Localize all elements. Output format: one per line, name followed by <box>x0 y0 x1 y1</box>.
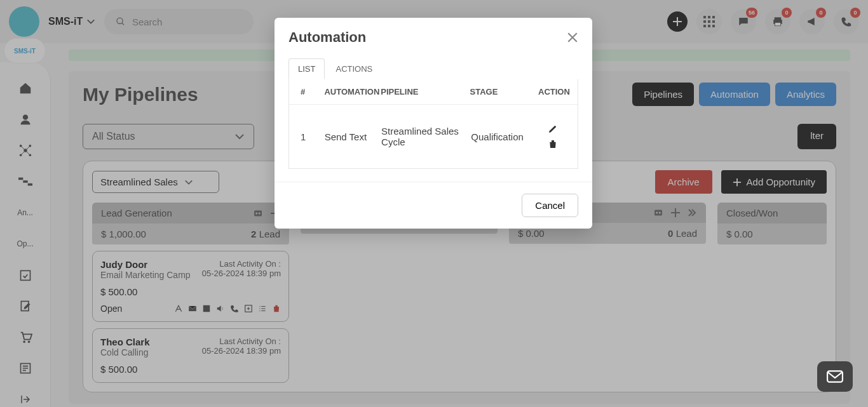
trash-icon[interactable] <box>548 139 558 149</box>
th-stage: STAGE <box>470 87 538 97</box>
modal-footer: Cancel <box>275 182 592 229</box>
mail-fab[interactable] <box>817 361 853 392</box>
automation-modal: Automation LIST ACTIONS # AUTOMATION PIP… <box>275 18 592 229</box>
edit-icon[interactable] <box>548 124 558 134</box>
modal-header: Automation <box>275 18 592 52</box>
modal-tabs: LIST ACTIONS <box>275 58 592 79</box>
mail-icon <box>827 370 843 383</box>
cancel-button[interactable]: Cancel <box>522 194 578 217</box>
close-icon <box>567 32 578 43</box>
th-number: # <box>301 87 324 97</box>
th-pipeline: PIPELINE <box>381 87 470 97</box>
modal-title: Automation <box>288 29 366 46</box>
th-action: ACTION <box>538 87 566 97</box>
modal-table: # AUTOMATION PIPELINE STAGE ACTION 1 Sen… <box>288 79 578 169</box>
close-button[interactable] <box>567 32 578 43</box>
modal-tab-actions[interactable]: ACTIONS <box>326 58 382 79</box>
svg-rect-27 <box>827 371 843 382</box>
modal-table-head: # AUTOMATION PIPELINE STAGE ACTION <box>289 79 578 104</box>
th-automation: AUTOMATION <box>324 87 381 97</box>
td-number: 1 <box>301 131 325 142</box>
td-automation: Send Text <box>325 131 381 142</box>
td-pipeline: Streamlined Sales Cycle <box>381 126 471 147</box>
td-stage: Qualification <box>471 131 539 142</box>
modal-tab-list[interactable]: LIST <box>288 58 325 79</box>
td-action <box>540 124 566 149</box>
table-row: 1 Send Text Streamlined Sales Cycle Qual… <box>289 104 578 168</box>
